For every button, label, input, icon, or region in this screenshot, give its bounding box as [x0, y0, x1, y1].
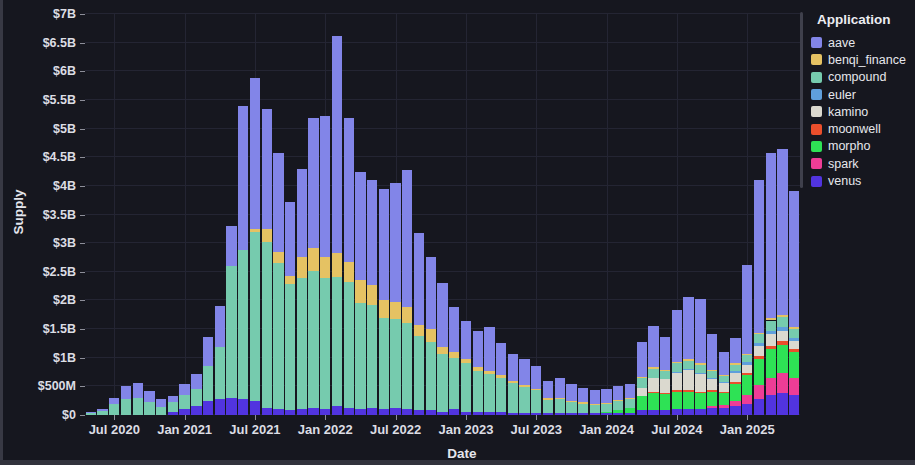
- bar-segment-venus[interactable]: [437, 412, 447, 415]
- bar-segment-venus[interactable]: [742, 404, 752, 415]
- bar-segment-venus[interactable]: [683, 409, 693, 415]
- bar-segment-kamino[interactable]: [789, 341, 799, 350]
- bar-segment-aave[interactable]: [215, 306, 225, 347]
- bar-segment-aave[interactable]: [297, 169, 307, 257]
- bar-segment-venus[interactable]: [449, 409, 459, 415]
- bar-segment-compound[interactable]: [121, 399, 131, 415]
- bar-segment-aave[interactable]: [719, 352, 729, 375]
- bar-segment-euler[interactable]: [789, 338, 799, 341]
- bar-segment-venus[interactable]: [625, 413, 635, 415]
- bar-segment-venus[interactable]: [367, 408, 377, 415]
- bar-segment-compound[interactable]: [637, 378, 647, 387]
- bar-segment-compound[interactable]: [461, 363, 471, 412]
- bar-segment-aave[interactable]: [730, 338, 740, 363]
- bar-segment-aave[interactable]: [238, 106, 248, 250]
- bar-segment-compound[interactable]: [390, 319, 400, 408]
- bar-segment-benqi_finance[interactable]: [508, 381, 518, 383]
- bar-segment-euler[interactable]: [777, 327, 787, 330]
- bar-segment-venus[interactable]: [191, 406, 201, 415]
- bar-segment-aave[interactable]: [766, 153, 776, 319]
- bar-segment-aave[interactable]: [308, 118, 318, 247]
- bar-segment-benqi_finance[interactable]: [637, 377, 647, 379]
- bar-segment-compound[interactable]: [144, 402, 154, 415]
- bar-segment-compound[interactable]: [226, 266, 236, 398]
- bar-segment-venus[interactable]: [390, 408, 400, 415]
- bar-segment-kamino[interactable]: [660, 379, 670, 393]
- bar-segment-benqi_finance[interactable]: [250, 229, 260, 232]
- bar-segment-compound[interactable]: [730, 365, 740, 372]
- bar-segment-aave[interactable]: [531, 366, 541, 389]
- bar-segment-morpho[interactable]: [789, 352, 799, 378]
- bar-segment-venus[interactable]: [238, 399, 248, 415]
- bar-segment-compound[interactable]: [156, 407, 166, 415]
- bar-segment-compound[interactable]: [426, 342, 436, 411]
- bar-segment-moonwell[interactable]: [672, 390, 682, 392]
- bar-segment-spark[interactable]: [719, 405, 729, 408]
- bar-segment-venus[interactable]: [754, 399, 764, 415]
- bar-segment-compound[interactable]: [285, 284, 295, 410]
- bar-segment-venus[interactable]: [566, 413, 576, 415]
- bar-segment-venus[interactable]: [719, 408, 729, 415]
- bar-segment-venus[interactable]: [297, 409, 307, 415]
- bar-segment-aave[interactable]: [754, 180, 764, 333]
- bar-segment-benqi_finance[interactable]: [613, 400, 623, 401]
- bar-segment-kamino[interactable]: [695, 374, 705, 391]
- bar-segment-venus[interactable]: [707, 408, 717, 415]
- bar-segment-venus[interactable]: [215, 399, 225, 415]
- bar-segment-aave[interactable]: [262, 109, 272, 229]
- bar-segment-compound[interactable]: [613, 401, 623, 410]
- bar-segment-venus[interactable]: [789, 395, 799, 415]
- bar-segment-compound[interactable]: [367, 305, 377, 408]
- bar-segment-morpho[interactable]: [777, 345, 787, 374]
- bar-segment-aave[interactable]: [191, 374, 201, 389]
- bar-segment-aave[interactable]: [179, 384, 189, 395]
- bar-segment-aave[interactable]: [543, 381, 553, 399]
- bar-segment-compound[interactable]: [179, 395, 189, 409]
- bar-segment-moonwell[interactable]: [719, 392, 729, 393]
- bar-segment-benqi_finance[interactable]: [695, 363, 705, 365]
- bar-segment-venus[interactable]: [508, 413, 518, 415]
- bar-segment-aave[interactable]: [344, 118, 354, 262]
- bar-segment-morpho[interactable]: [683, 392, 693, 409]
- bar-segment-compound[interactable]: [473, 371, 483, 412]
- bar-segment-aave[interactable]: [390, 183, 400, 302]
- bar-segment-euler[interactable]: [707, 378, 717, 379]
- bar-segment-aave[interactable]: [133, 383, 143, 398]
- bar-segment-morpho[interactable]: [672, 392, 682, 409]
- bar-segment-benqi_finance[interactable]: [730, 363, 740, 364]
- bar-segment-aave[interactable]: [637, 342, 647, 377]
- bar-segment-compound[interactable]: [566, 402, 576, 413]
- bar-segment-venus[interactable]: [660, 410, 670, 415]
- legend-item-aave[interactable]: aave: [811, 34, 913, 51]
- bar-segment-aave[interactable]: [437, 283, 447, 347]
- bar-segment-venus[interactable]: [473, 412, 483, 415]
- bar-segment-compound[interactable]: [625, 399, 635, 408]
- bar-segment-compound[interactable]: [578, 404, 588, 414]
- legend-item-compound[interactable]: compound: [811, 69, 913, 86]
- bar-segment-benqi_finance[interactable]: [473, 367, 483, 370]
- bar-segment-benqi_finance[interactable]: [789, 327, 799, 329]
- bar-segment-compound[interactable]: [203, 366, 213, 400]
- bar-segment-aave[interactable]: [121, 386, 131, 399]
- bar-segment-moonwell[interactable]: [695, 392, 705, 394]
- bar-segment-benqi_finance[interactable]: [449, 352, 459, 358]
- bar-segment-benqi_finance[interactable]: [332, 253, 342, 276]
- bar-segment-spark[interactable]: [742, 395, 752, 404]
- bar-segment-benqi_finance[interactable]: [555, 398, 565, 399]
- bar-segment-aave[interactable]: [566, 384, 576, 401]
- bar-segment-benqi_finance[interactable]: [402, 307, 412, 323]
- bar-segment-kamino[interactable]: [672, 373, 682, 390]
- bar-segment-compound[interactable]: [273, 263, 283, 409]
- bar-segment-kamino[interactable]: [754, 346, 764, 356]
- bar-segment-venus[interactable]: [519, 413, 529, 415]
- bar-segment-kamino[interactable]: [707, 379, 717, 390]
- bar-segment-venus[interactable]: [285, 410, 295, 415]
- bar-segment-aave[interactable]: [707, 334, 717, 370]
- bar-segment-aave[interactable]: [156, 399, 166, 407]
- bar-segment-morpho[interactable]: [754, 359, 764, 385]
- legend-item-spark[interactable]: spark: [811, 155, 913, 172]
- bar-segment-compound[interactable]: [215, 347, 225, 399]
- bar-segment-moonwell[interactable]: [648, 392, 658, 393]
- bar-segment-morpho[interactable]: [625, 408, 635, 413]
- bar-segment-aave[interactable]: [496, 343, 506, 376]
